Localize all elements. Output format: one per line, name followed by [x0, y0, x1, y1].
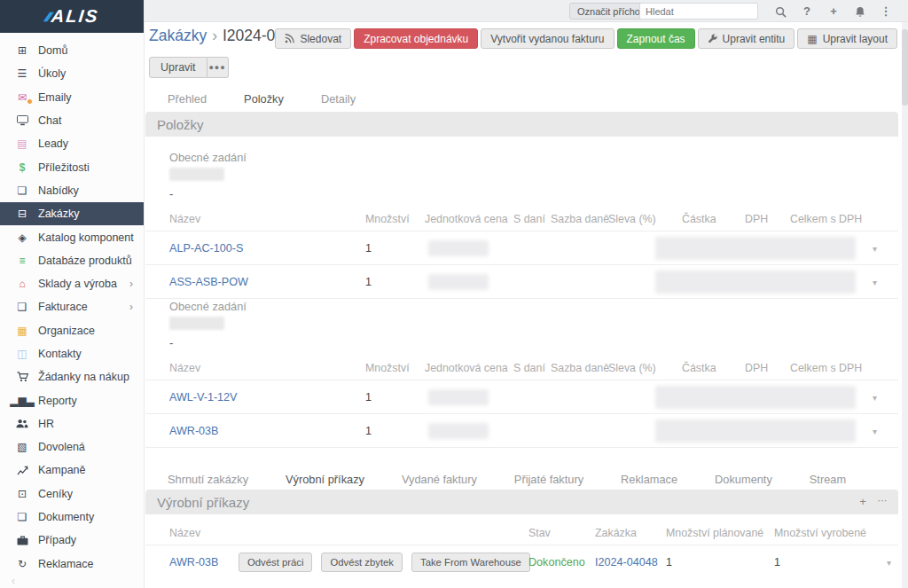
status-value: Dokončeno [528, 556, 585, 568]
sidebar-item-pricebooks[interactable]: ⊡Ceníky [0, 482, 144, 506]
column-header: Celkem s DPH [790, 213, 862, 225]
search-input[interactable] [639, 3, 758, 20]
edit-button-group: Upravit ●●● [149, 57, 229, 78]
follow-button[interactable]: Sledovat [275, 28, 351, 49]
odv-st-zbytek-button[interactable]: Odvést zbytek [321, 553, 403, 572]
caret-down-icon[interactable]: ▾ [873, 277, 877, 286]
app-logo[interactable]: /// ALIS [0, 0, 144, 33]
take-from-warehouse-button[interactable]: Take From Warehouse [411, 553, 530, 572]
odv-st-pr-ci-button[interactable]: Odvést práci [239, 553, 312, 572]
group-note: - [169, 187, 898, 200]
item-row[interactable]: AWR-03B1▾ [145, 413, 898, 447]
items-table-header: NázevMnožstvíJednotková cenaS daníSazba … [145, 205, 898, 231]
caret-down-icon[interactable]: ▾ [873, 243, 877, 253]
edit-button[interactable]: Upravit [149, 57, 207, 78]
sidebar-item-warehouses[interactable]: ⌂Sklady a výroba› [0, 272, 144, 295]
sidebar-item-cases[interactable]: Případy [0, 529, 144, 552]
edit-entity-button[interactable]: Upravit entitu [698, 28, 795, 49]
caret-down-icon[interactable]: ▾ [873, 392, 877, 402]
sidebar-item-label: Nabídky [38, 184, 79, 197]
group-note: - [169, 336, 898, 349]
edit-layout-button[interactable]: ▦Upravit layout [797, 28, 897, 49]
bell-icon[interactable] [852, 4, 868, 19]
production-order-row[interactable]: AWR-03BOdvést práciOdvést zbytekTake Fro… [145, 545, 898, 578]
sidebar-item-orders[interactable]: ⊟Zakázky [0, 202, 144, 225]
production-panel-header: Výrobní příkazy + ⋯ [145, 490, 898, 514]
building-icon: ▦ [13, 325, 31, 336]
sidebar-item-campaigns[interactable]: Kampaně [0, 459, 144, 482]
tab-overview[interactable]: Přehled [149, 88, 225, 114]
sidebar-item-emails[interactable]: ✉Emaily [0, 86, 144, 109]
breadcrumb-parent-link[interactable]: Zakázky [149, 27, 207, 44]
cart-icon [13, 372, 31, 382]
redacted-amounts [655, 386, 856, 409]
help-icon[interactable]: ? [799, 4, 815, 19]
warehouse-icon: ⌂ [13, 278, 31, 289]
tab-items[interactable]: Položky [225, 88, 302, 114]
main-content: Zakázky›I2024-04048 SledovatZpracovat ob… [145, 22, 908, 588]
item-group: Obecné zadání-NázevMnožstvíJednotková ce… [145, 300, 898, 448]
sidebar-item-quotes[interactable]: ❏Nabídky [0, 179, 144, 202]
layout-table-icon: ▦ [807, 33, 817, 45]
chevron-left-icon[interactable]: ‹ [12, 575, 15, 587]
plus-icon[interactable]: + [826, 4, 841, 19]
sidebar-item-organizations[interactable]: ▦Organizace [0, 319, 144, 342]
sidebar-item-label: Žádanky na nákup [38, 371, 129, 383]
sidebar-item-tasks[interactable]: ☰Úkoly [0, 62, 144, 85]
sidebar-item-opportunities[interactable]: $Příležitosti [0, 155, 144, 178]
database-icon: ≡ [13, 255, 31, 266]
item-group: Obecné zadání-NázevMnožstvíJednotková ce… [145, 151, 898, 299]
create-issued-invoice-button[interactable]: Vytvořit vydanou fakturu [481, 28, 614, 49]
process-order-button[interactable]: Zpracovat objednávku [354, 28, 478, 49]
document-icon: ❏ [13, 512, 31, 522]
sidebar-item-leads[interactable]: ▤Leady [0, 132, 144, 155]
panel-menu-button[interactable]: ⋯ [875, 495, 889, 506]
item-name-link[interactable]: AWL-V-1-12V [169, 391, 238, 404]
sidebar-item-home[interactable]: ⊞Domů [0, 39, 144, 62]
tab-details[interactable]: Detaily [302, 88, 374, 114]
sidebar-item-invoicing[interactable]: ❑Fakturace› [0, 295, 144, 318]
scrollbar-track[interactable] [902, 22, 908, 588]
dollar-icon: $ [13, 162, 31, 173]
order-link[interactable]: I2024-04048 [595, 556, 658, 568]
item-name-link[interactable]: AWR-03B [169, 425, 219, 437]
sidebar-item-chat[interactable]: Chat [0, 109, 144, 132]
magnifier-icon[interactable] [772, 4, 788, 19]
item-name-link[interactable]: ALP-AC-100-S [169, 242, 243, 255]
scrollbar-thumb[interactable] [902, 29, 908, 106]
sidebar-item-product-database[interactable]: ≡Databáze produktů [0, 249, 144, 272]
column-header: DPH [745, 362, 768, 374]
topbar: Označit příchod ? + ⋮ [145, 0, 908, 22]
column-header: Stav [528, 527, 551, 539]
column-header: Jednotková cena [425, 362, 508, 374]
production-table-header: NázevStavZakázkaMnožství plánovanéMnožst… [145, 519, 898, 545]
redacted-amounts [655, 270, 856, 294]
sidebar-item-component-catalog[interactable]: ◈Katalog komponent [0, 225, 144, 248]
item-row[interactable]: ALP-AC-100-S1▾ [145, 231, 898, 264]
sidebar-item-label: Případy [38, 534, 76, 546]
caret-down-icon[interactable]: ▾ [887, 557, 891, 567]
sidebar-item-vacation[interactable]: ▧Dovolená [0, 435, 144, 459]
button-label: Upravit entitu [723, 33, 786, 45]
add-production-order-button[interactable]: + [856, 495, 870, 508]
items-panel-body: Obecné zadání-NázevMnožstvíJednotková ce… [145, 137, 898, 450]
edit-more-button[interactable]: ●●● [207, 57, 229, 78]
sidebar-item-label: Úkoly [38, 67, 66, 80]
item-row[interactable]: AWL-V-1-12V1▾ [145, 380, 898, 413]
column-header: Množství [365, 213, 410, 225]
kebab-icon[interactable]: ⋮ [878, 4, 894, 19]
production-order-link[interactable]: AWR-03B [169, 556, 219, 568]
item-row[interactable]: ASS-ASB-POW1▾ [145, 264, 898, 298]
sidebar-item-contacts[interactable]: ◫Kontakty [0, 342, 144, 365]
sidebar-item-hr[interactable]: HR [0, 412, 144, 435]
caret-down-icon[interactable]: ▾ [873, 426, 877, 435]
item-name-link[interactable]: ASS-ASB-POW [169, 276, 248, 288]
start-timer-button[interactable]: Zapnout čas [617, 28, 695, 49]
sidebar-item-reports[interactable]: ▂▆▃Reporty [0, 388, 144, 412]
sidebar-item-label: Kontakty [38, 348, 82, 360]
sidebar-item-documents[interactable]: ❏Dokumenty [0, 506, 144, 529]
sidebar-item-label: Fakturace [38, 301, 88, 313]
sidebar-item-purchase-requests[interactable]: Žádanky na nákup [0, 365, 144, 388]
sidebar-item-returns[interactable]: ↻Reklamace [0, 553, 144, 576]
planned-quantity: 1 [666, 556, 672, 568]
